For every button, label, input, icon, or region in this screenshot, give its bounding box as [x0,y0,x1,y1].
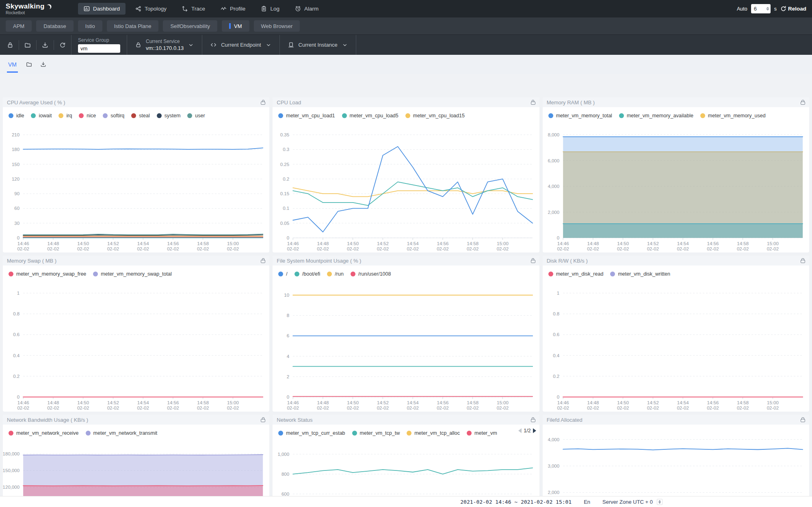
stepper-arrows-icon[interactable] [766,7,769,11]
svg-text:14:46: 14:46 [17,400,29,405]
panel-lock-icon[interactable] [801,260,805,263]
logo[interactable]: Skywalking Rocketbot [6,2,54,15]
nav-item-topology[interactable]: Topology [130,3,172,15]
legend-item-nice[interactable]: nice [79,113,96,119]
dashboard-tab-database[interactable]: Database [36,20,74,32]
legend-item-meter-vm-memory-swap-free[interactable]: meter_vm_memory_swap_free [9,271,86,277]
svg-text:14:54: 14:54 [137,241,149,246]
panel-lock-icon[interactable] [261,101,265,105]
svg-text:02-02: 02-02 [167,406,179,410]
legend-item-meter-vm-cpu-load1[interactable]: meter_vm_cpu_load1 [278,113,335,119]
svg-text:0.35: 0.35 [280,132,289,137]
time-range-picker[interactable]: 2021-02-02 14:46 ~ 2021-02-02 15:01 [460,499,572,505]
nav-item-profile[interactable]: Profile [215,3,251,15]
legend-item-boot-efi[interactable]: /boot/efi [294,271,320,277]
legend-item-user[interactable]: user [187,113,205,119]
legend-item-run-user-1008[interactable]: /run/user/1008 [351,271,391,277]
panel-lock-icon[interactable] [261,260,265,263]
legend-dot [157,113,162,118]
svg-text:02-02: 02-02 [47,406,59,410]
legend-item-meter-vm-disk-read[interactable]: meter_vm_disk_read [548,271,604,277]
tab-vm[interactable]: VM [7,56,18,73]
panel-lock-icon[interactable] [801,419,805,422]
legend-item-meter-vm-memory-available[interactable]: meter_vm_memory_available [619,113,693,119]
legend-prev-icon[interactable] [518,428,522,433]
dashboard-tab-istio[interactable]: Istio [78,20,102,32]
panel-header: File System Mountpoint Usage ( % ) [273,256,539,265]
legend-item-system[interactable]: system [157,113,181,119]
legend-item-meter-vm-tcp-curr-estab[interactable]: meter_vm_tcp_curr_estab [278,430,345,436]
selector-current-endpoint[interactable]: Current Endpoint [202,35,279,55]
panel-lock-icon[interactable] [801,101,805,105]
legend-item-iowait[interactable]: iowait [31,113,52,119]
legend-dot [278,431,283,436]
reload-label: Reload [788,6,806,12]
legend-item-meter-vm-memory-used[interactable]: meter_vm_memory_used [700,113,766,119]
legend-item-meter-vm-memory-total[interactable]: meter_vm_memory_total [548,113,612,119]
legend-item-meter-vm-memory-swap-total[interactable]: meter_vm_memory_swap_total [93,271,171,277]
legend-pager: 1/2 [518,428,536,434]
svg-text:14:58: 14:58 [467,400,479,405]
dashboard-tab-label: Istio [85,23,95,29]
chart-file-system-mountpoint-usage[interactable]: 108642014:4602-0214:4802-0214:5002-0214:… [273,281,539,412]
legend-item-idle[interactable]: idle [9,113,24,119]
legend-item-softirq[interactable]: softirq [103,113,124,119]
nav-item-trace[interactable]: Trace [176,3,211,15]
nav-item-dashboard[interactable]: Dashboard [78,3,126,15]
dashboard-tab-vm[interactable]: VM [222,20,249,32]
panel-lock-icon[interactable] [531,101,535,105]
download-icon[interactable] [40,61,46,67]
alarm-icon [295,6,301,12]
panel-lock-icon[interactable] [531,419,535,422]
auto-interval-input[interactable] [754,6,763,12]
auto-interval-stepper[interactable] [751,4,771,13]
legend-item-meter-vm-tcp-tw[interactable]: meter_vm_tcp_tw [352,430,400,436]
reload-button[interactable]: Reload [780,6,806,12]
lock-button[interactable] [2,35,19,55]
zone-stepper-icon[interactable] [657,499,663,505]
dashboard-tab-selfobservability[interactable]: SelfObservability [163,20,217,32]
legend-item-steal[interactable]: steal [131,113,149,119]
dashboard-tab-istio-data-plane[interactable]: Istio Data Plane [107,20,159,32]
chart-memory-ram[interactable]: 8,0006,0004,0002,000014:4602-0214:4802-0… [543,123,809,252]
chart-legend: meter_vm_disk_readmeter_vm_disk_written [543,265,809,281]
legend-item-run[interactable]: /run [327,271,344,277]
legend-item-meter-vm-network-receive[interactable]: meter_vm_network_receive [9,430,79,436]
panel-title: File System Mountpoint Usage ( % ) [277,258,531,264]
chart-cpu-average-used[interactable]: 210180150120906030014:4602-0214:4802-021… [3,123,269,252]
legend-item-meter-vm[interactable]: meter_vm [467,430,497,436]
legend-item-irq[interactable]: irq [58,113,72,119]
svg-text:02-02: 02-02 [647,406,658,410]
svg-text:1: 1 [556,291,559,296]
svg-text:02-02: 02-02 [587,246,599,251]
chart-cpu-load[interactable]: 0.350.30.250.20.150.10.05014:4602-0214:4… [273,123,539,252]
legend-label: meter_vm_tcp_curr_estab [286,430,345,436]
legend-item-[interactable]: / [278,271,287,277]
selector-current-instance[interactable]: Current Instance [280,35,356,55]
panel-lock-icon[interactable] [261,419,265,422]
legend-item-meter-vm-network-transmit[interactable]: meter_vm_network_transmit [86,430,158,436]
legend-item-meter-vm-cpu-load5[interactable]: meter_vm_cpu_load5 [342,113,398,119]
panel-lock-icon[interactable] [531,260,535,263]
chart-filefd-allocated[interactable]: 4,0003,0002,0001,000014:4602-0214:4802-0… [543,425,809,507]
nav-item-log[interactable]: Log [255,3,285,15]
folder-icon[interactable] [26,61,32,67]
svg-text:02-02: 02-02 [287,406,299,410]
legend-item-meter-vm-cpu-load15[interactable]: meter_vm_cpu_load15 [405,113,465,119]
svg-text:0.15: 0.15 [280,191,289,196]
import-template-button[interactable] [19,35,36,55]
export-template-button[interactable] [37,35,54,55]
service-group-input[interactable] [78,44,120,53]
language-selector[interactable]: En [584,499,590,505]
chart-memory-swap[interactable]: 10.80.60.40.2014:4602-0214:4802-0214:500… [3,281,269,412]
legend-next-icon[interactable] [533,428,536,433]
legend-item-meter-vm-tcp-alloc[interactable]: meter_vm_tcp_alloc [407,430,460,436]
refresh-templates-button[interactable] [54,35,71,55]
nav-item-alarm[interactable]: Alarm [289,3,324,15]
dashboard-tab-web-browser[interactable]: Web Browser [254,20,300,32]
chart-disk-rw[interactable]: 10.80.60.40.2014:4602-0214:4802-0214:500… [543,281,809,412]
legend-item-meter-vm-disk-written[interactable]: meter_vm_disk_written [610,271,670,277]
selector-current-service[interactable]: Current Servicevm::10.170.0.13 [127,35,202,55]
dashboard-icon [84,6,90,12]
dashboard-tab-apm[interactable]: APM [6,20,32,32]
